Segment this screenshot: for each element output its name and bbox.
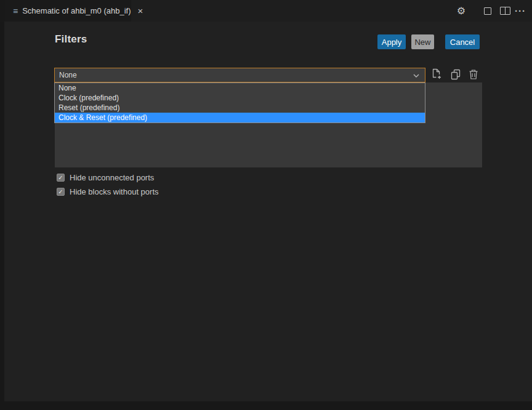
split-editor-icon[interactable] <box>499 0 511 22</box>
split-glyph <box>500 7 510 15</box>
more-actions-icon[interactable]: ··· <box>514 0 526 22</box>
hide-unconnected-ports-row[interactable]: ✓ Hide unconnected ports <box>57 173 154 182</box>
page-title: Filters <box>55 33 87 46</box>
tab-strip-empty-area <box>131 0 532 22</box>
delete-filter-icon[interactable] <box>468 68 479 81</box>
option-clock-reset-predefined[interactable]: Clock & Reset (predefined) <box>55 113 425 123</box>
tab-title: Schematic of ahbi_m0 (ahb_if) <box>22 6 131 15</box>
chevron-down-icon <box>413 74 419 78</box>
filter-preset-select[interactable]: None <box>54 68 425 82</box>
cancel-button[interactable]: Cancel <box>445 34 480 49</box>
square-glyph <box>484 7 491 15</box>
option-clock-predefined[interactable]: Clock (predefined) <box>55 93 425 103</box>
hide-blocks-without-ports-label: Hide blocks without ports <box>70 187 159 196</box>
filter-preset-value: None <box>59 71 77 79</box>
tab-schematic[interactable]: ≡ Schematic of ahbi_m0 (ahb_if) × <box>5 0 131 22</box>
hide-unconnected-ports-checkbox[interactable]: ✓ <box>57 174 65 182</box>
filters-panel: Filters Apply New Cancel None <box>4 22 532 401</box>
new-button[interactable]: New <box>411 34 434 49</box>
close-icon[interactable]: × <box>137 6 143 15</box>
option-reset-predefined[interactable]: Reset (predefined) <box>55 103 425 113</box>
editor-tab-bar: ≡ Schematic of ahbi_m0 (ahb_if) × ⚙ ··· <box>0 0 532 22</box>
new-filter-icon[interactable] <box>430 68 443 81</box>
hide-blocks-without-ports-row[interactable]: ✓ Hide blocks without ports <box>57 187 159 196</box>
schematic-list-icon: ≡ <box>13 7 18 15</box>
hide-unconnected-ports-label: Hide unconnected ports <box>70 173 154 182</box>
hide-blocks-without-ports-checkbox[interactable]: ✓ <box>57 188 65 196</box>
preset-options-list: None Clock (predefined) Reset (predefine… <box>54 82 425 123</box>
settings-gear-icon[interactable]: ⚙ <box>455 0 467 22</box>
apply-button[interactable]: Apply <box>377 34 406 49</box>
copy-filter-icon[interactable] <box>449 68 462 81</box>
option-none[interactable]: None <box>55 83 425 93</box>
layout-square-icon[interactable] <box>483 0 493 22</box>
